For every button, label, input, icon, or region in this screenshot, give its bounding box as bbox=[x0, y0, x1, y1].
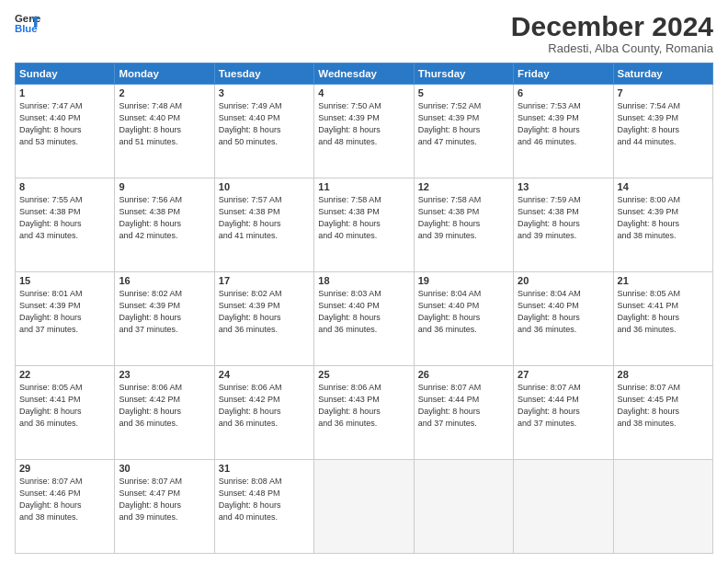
calendar-cell: 22Sunrise: 8:05 AMSunset: 4:41 PMDayligh… bbox=[16, 366, 115, 460]
calendar-cell: 31Sunrise: 8:08 AMSunset: 4:48 PMDayligh… bbox=[214, 460, 313, 554]
day-info: Sunrise: 7:56 AMSunset: 4:38 PMDaylight:… bbox=[119, 194, 210, 242]
day-info: Sunrise: 8:07 AMSunset: 4:44 PMDaylight:… bbox=[518, 382, 609, 430]
header: General Blue December 2024 Radesti, Alba… bbox=[15, 11, 713, 55]
title-block: December 2024 Radesti, Alba County, Roma… bbox=[511, 11, 713, 55]
day-number: 8 bbox=[19, 181, 110, 192]
day-info: Sunrise: 7:57 AMSunset: 4:38 PMDaylight:… bbox=[219, 194, 310, 242]
day-info: Sunrise: 8:04 AMSunset: 4:40 PMDaylight:… bbox=[518, 288, 609, 336]
day-info: Sunrise: 8:03 AMSunset: 4:40 PMDaylight:… bbox=[318, 288, 409, 336]
calendar-week-2: 8Sunrise: 7:55 AMSunset: 4:38 PMDaylight… bbox=[16, 178, 713, 272]
calendar-cell: 18Sunrise: 8:03 AMSunset: 4:40 PMDayligh… bbox=[314, 272, 414, 366]
day-info: Sunrise: 7:49 AMSunset: 4:40 PMDaylight:… bbox=[219, 100, 310, 148]
calendar-table: SundayMondayTuesdayWednesdayThursdayFrid… bbox=[15, 63, 713, 554]
day-info: Sunrise: 8:01 AMSunset: 4:39 PMDaylight:… bbox=[19, 288, 110, 336]
day-number: 1 bbox=[19, 87, 110, 98]
calendar-cell: 9Sunrise: 7:56 AMSunset: 4:38 PMDaylight… bbox=[115, 178, 214, 272]
day-info: Sunrise: 8:04 AMSunset: 4:40 PMDaylight:… bbox=[418, 288, 509, 336]
day-info: Sunrise: 8:07 AMSunset: 4:47 PMDaylight:… bbox=[119, 476, 210, 523]
weekday-header-saturday: Saturday bbox=[613, 63, 712, 85]
calendar-cell: 3Sunrise: 7:49 AMSunset: 4:40 PMDaylight… bbox=[214, 85, 313, 178]
logo-icon: General Blue bbox=[15, 11, 40, 37]
day-number: 2 bbox=[119, 87, 210, 98]
calendar-cell: 24Sunrise: 8:06 AMSunset: 4:42 PMDayligh… bbox=[214, 366, 313, 460]
day-info: Sunrise: 8:07 AMSunset: 4:45 PMDaylight:… bbox=[618, 382, 709, 430]
weekday-header-friday: Friday bbox=[514, 63, 613, 85]
calendar-cell: 8Sunrise: 7:55 AMSunset: 4:38 PMDaylight… bbox=[16, 178, 115, 272]
calendar-cell: 21Sunrise: 8:05 AMSunset: 4:41 PMDayligh… bbox=[613, 272, 712, 366]
calendar-cell bbox=[613, 460, 712, 554]
calendar-cell: 30Sunrise: 8:07 AMSunset: 4:47 PMDayligh… bbox=[115, 460, 214, 554]
calendar-cell: 4Sunrise: 7:50 AMSunset: 4:39 PMDaylight… bbox=[314, 85, 414, 178]
calendar-cell: 16Sunrise: 8:02 AMSunset: 4:39 PMDayligh… bbox=[115, 272, 214, 366]
day-info: Sunrise: 8:07 AMSunset: 4:46 PMDaylight:… bbox=[19, 476, 110, 523]
day-info: Sunrise: 8:06 AMSunset: 4:43 PMDaylight:… bbox=[318, 382, 409, 430]
calendar-week-5: 29Sunrise: 8:07 AMSunset: 4:46 PMDayligh… bbox=[16, 460, 713, 554]
day-info: Sunrise: 8:05 AMSunset: 4:41 PMDaylight:… bbox=[19, 382, 110, 430]
calendar-cell: 2Sunrise: 7:48 AMSunset: 4:40 PMDaylight… bbox=[115, 85, 214, 178]
weekday-header-tuesday: Tuesday bbox=[214, 63, 313, 85]
day-info: Sunrise: 7:53 AMSunset: 4:39 PMDaylight:… bbox=[518, 100, 609, 148]
day-info: Sunrise: 7:59 AMSunset: 4:38 PMDaylight:… bbox=[518, 194, 609, 242]
weekday-header-monday: Monday bbox=[115, 63, 214, 85]
day-number: 29 bbox=[19, 463, 110, 474]
day-number: 13 bbox=[518, 181, 609, 192]
day-info: Sunrise: 7:54 AMSunset: 4:39 PMDaylight:… bbox=[618, 100, 709, 148]
calendar-cell: 10Sunrise: 7:57 AMSunset: 4:38 PMDayligh… bbox=[214, 178, 313, 272]
page: General Blue December 2024 Radesti, Alba… bbox=[0, 0, 728, 563]
day-number: 23 bbox=[119, 369, 210, 380]
day-number: 6 bbox=[518, 87, 609, 98]
day-info: Sunrise: 8:06 AMSunset: 4:42 PMDaylight:… bbox=[119, 382, 210, 430]
calendar-week-4: 22Sunrise: 8:05 AMSunset: 4:41 PMDayligh… bbox=[16, 366, 713, 460]
day-number: 16 bbox=[119, 275, 210, 286]
day-number: 30 bbox=[119, 463, 210, 474]
main-title: December 2024 bbox=[511, 11, 713, 41]
weekday-header-wednesday: Wednesday bbox=[314, 63, 414, 85]
day-number: 27 bbox=[518, 369, 609, 380]
day-number: 5 bbox=[418, 87, 509, 98]
day-number: 20 bbox=[518, 275, 609, 286]
day-info: Sunrise: 7:58 AMSunset: 4:38 PMDaylight:… bbox=[318, 194, 409, 242]
calendar-cell: 5Sunrise: 7:52 AMSunset: 4:39 PMDaylight… bbox=[414, 85, 513, 178]
calendar-cell: 25Sunrise: 8:06 AMSunset: 4:43 PMDayligh… bbox=[314, 366, 414, 460]
calendar-cell: 6Sunrise: 7:53 AMSunset: 4:39 PMDaylight… bbox=[514, 85, 613, 178]
calendar-cell: 17Sunrise: 8:02 AMSunset: 4:39 PMDayligh… bbox=[214, 272, 313, 366]
day-number: 17 bbox=[219, 275, 310, 286]
day-number: 25 bbox=[318, 369, 409, 380]
calendar-cell bbox=[314, 460, 414, 554]
calendar-cell: 11Sunrise: 7:58 AMSunset: 4:38 PMDayligh… bbox=[314, 178, 414, 272]
calendar-cell bbox=[414, 460, 513, 554]
calendar-cell: 23Sunrise: 8:06 AMSunset: 4:42 PMDayligh… bbox=[115, 366, 214, 460]
calendar-cell: 29Sunrise: 8:07 AMSunset: 4:46 PMDayligh… bbox=[16, 460, 115, 554]
day-info: Sunrise: 7:55 AMSunset: 4:38 PMDaylight:… bbox=[19, 194, 110, 242]
day-number: 4 bbox=[318, 87, 409, 98]
svg-text:Blue: Blue bbox=[15, 23, 38, 34]
calendar-cell: 20Sunrise: 8:04 AMSunset: 4:40 PMDayligh… bbox=[514, 272, 613, 366]
day-info: Sunrise: 8:08 AMSunset: 4:48 PMDaylight:… bbox=[219, 476, 310, 523]
calendar-cell: 27Sunrise: 8:07 AMSunset: 4:44 PMDayligh… bbox=[514, 366, 613, 460]
day-number: 22 bbox=[19, 369, 110, 380]
day-number: 3 bbox=[219, 87, 310, 98]
day-number: 7 bbox=[618, 87, 709, 98]
day-info: Sunrise: 8:07 AMSunset: 4:44 PMDaylight:… bbox=[418, 382, 509, 430]
day-info: Sunrise: 8:02 AMSunset: 4:39 PMDaylight:… bbox=[119, 288, 210, 336]
day-info: Sunrise: 7:52 AMSunset: 4:39 PMDaylight:… bbox=[418, 100, 509, 148]
calendar-cell bbox=[514, 460, 613, 554]
day-info: Sunrise: 7:48 AMSunset: 4:40 PMDaylight:… bbox=[119, 100, 210, 148]
day-number: 18 bbox=[318, 275, 409, 286]
day-number: 9 bbox=[119, 181, 210, 192]
weekday-header-thursday: Thursday bbox=[414, 63, 513, 85]
day-number: 15 bbox=[19, 275, 110, 286]
calendar-cell: 14Sunrise: 8:00 AMSunset: 4:39 PMDayligh… bbox=[613, 178, 712, 272]
day-info: Sunrise: 7:47 AMSunset: 4:40 PMDaylight:… bbox=[19, 100, 110, 148]
day-number: 26 bbox=[418, 369, 509, 380]
calendar-cell: 7Sunrise: 7:54 AMSunset: 4:39 PMDaylight… bbox=[613, 85, 712, 178]
day-info: Sunrise: 8:00 AMSunset: 4:39 PMDaylight:… bbox=[618, 194, 709, 242]
logo: General Blue bbox=[15, 11, 40, 37]
calendar-week-3: 15Sunrise: 8:01 AMSunset: 4:39 PMDayligh… bbox=[16, 272, 713, 366]
calendar-cell: 15Sunrise: 8:01 AMSunset: 4:39 PMDayligh… bbox=[16, 272, 115, 366]
calendar-cell: 1Sunrise: 7:47 AMSunset: 4:40 PMDaylight… bbox=[16, 85, 115, 178]
day-number: 31 bbox=[219, 463, 310, 474]
day-number: 14 bbox=[618, 181, 709, 192]
calendar-cell: 26Sunrise: 8:07 AMSunset: 4:44 PMDayligh… bbox=[414, 366, 513, 460]
calendar-week-1: 1Sunrise: 7:47 AMSunset: 4:40 PMDaylight… bbox=[16, 85, 713, 178]
